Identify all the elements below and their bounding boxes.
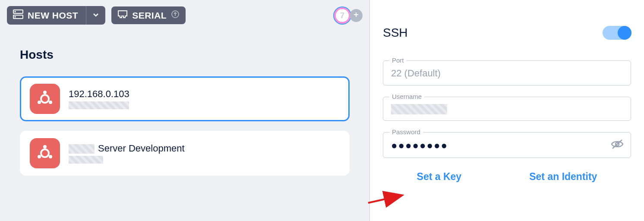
host-subtitle-redacted [69,156,103,164]
badges: 7 [334,7,363,24]
ubuntu-icon [30,138,60,168]
host-subtitle-redacted [69,101,129,109]
host-name: Server Development [69,143,185,154]
svg-point-8 [49,101,52,104]
server-icon [13,9,23,21]
new-host-group: NEW HOST [7,6,105,25]
link-row: Set a Key Set an Identity [383,171,631,183]
eye-off-icon[interactable] [611,139,624,151]
svg-point-7 [38,101,41,104]
username-value-redacted [391,104,447,114]
ubuntu-icon [30,84,60,114]
password-value: ●●●●●●●● [391,139,448,151]
username-field[interactable]: Username [383,97,631,121]
hosts-title: Hosts [20,48,350,62]
left-panel: NEW HOST SERIAL [0,0,369,221]
svg-line-15 [368,196,401,203]
svg-point-3 [15,16,16,17]
upload-icon [171,10,180,21]
svg-point-10 [43,145,47,148]
new-host-label: NEW HOST [28,10,78,21]
svg-point-2 [15,11,16,12]
new-host-dropdown-button[interactable] [86,6,105,25]
port-input[interactable] [391,68,623,79]
plus-icon [353,12,359,19]
notification-badge[interactable]: 7 [334,7,350,24]
serial-label: SERIAL [132,10,167,21]
serial-button[interactable]: SERIAL [111,6,186,24]
ssh-title: SSH [383,26,408,40]
ssh-header: SSH [383,26,631,40]
host-info: Server Development [69,143,185,164]
right-panel: SSH Port Username Password ●●●●●●●● Set … [369,0,644,221]
host-item[interactable]: Server Development [20,131,350,176]
set-key-button[interactable]: Set a Key [417,171,462,183]
username-label: Username [389,93,424,100]
toggle-knob [618,26,631,40]
svg-point-12 [49,155,52,158]
host-name-prefix-redacted [69,144,95,154]
host-info: 192.168.0.103 [69,88,129,109]
badge-count: 7 [340,11,345,20]
svg-point-5 [41,95,49,103]
svg-point-6 [43,91,47,94]
host-item[interactable]: 192.168.0.103 [20,76,350,121]
svg-point-9 [41,149,49,157]
ethernet-icon [117,10,128,21]
set-identity-button[interactable]: Set an Identity [529,171,597,183]
port-label: Port [389,57,407,64]
add-badge-button[interactable] [350,9,363,22]
ssh-toggle[interactable] [603,26,631,40]
password-field[interactable]: Password ●●●●●●●● [383,132,631,158]
password-label: Password [389,128,423,136]
svg-point-11 [38,155,41,158]
new-host-button[interactable]: NEW HOST [7,6,86,25]
port-field[interactable]: Port [383,60,631,85]
hosts-section: Hosts 192.168.0.103 [0,31,369,185]
arrow-annotation [367,183,415,209]
host-name: 192.168.0.103 [69,88,129,100]
toolbar: NEW HOST SERIAL [0,0,369,31]
chevron-down-icon [92,10,100,20]
